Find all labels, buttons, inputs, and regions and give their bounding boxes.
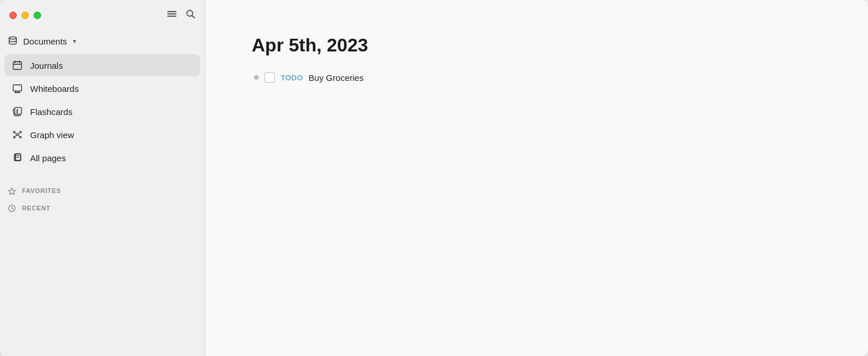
svg-point-18 xyxy=(20,131,21,133)
svg-line-21 xyxy=(15,133,17,134)
svg-point-19 xyxy=(13,136,15,138)
sidebar-item-flashcards[interactable]: Flashcards xyxy=(5,101,200,123)
documents-label: Documents xyxy=(23,36,67,46)
documents-icon xyxy=(7,35,19,47)
svg-line-4 xyxy=(192,16,194,18)
svg-rect-14 xyxy=(15,107,22,114)
favorites-label: FAVORITES xyxy=(22,187,61,194)
svg-point-15 xyxy=(17,112,17,113)
todo-checkbox[interactable] xyxy=(264,72,275,83)
whiteboard-icon xyxy=(12,83,23,94)
flashcards-label: Flashcards xyxy=(30,107,72,117)
documents-item[interactable]: Documents ▾ xyxy=(0,30,205,52)
maximize-button[interactable] xyxy=(34,12,41,19)
svg-line-23 xyxy=(15,135,17,136)
todo-item: TODO Buy Groceries xyxy=(254,72,822,83)
sidebar-item-all-pages[interactable]: All pages xyxy=(5,147,200,169)
svg-line-35 xyxy=(12,208,13,209)
sidebar-item-journals[interactable]: Journals xyxy=(5,54,200,76)
recent-section[interactable]: RECENT xyxy=(0,198,205,215)
todo-bullet xyxy=(254,75,259,80)
svg-line-22 xyxy=(19,133,20,134)
sidebar-nav: Journals Whiteboards xyxy=(0,52,205,171)
star-icon xyxy=(7,186,16,195)
close-button[interactable] xyxy=(9,12,17,19)
todo-text: Buy Groceries xyxy=(308,73,363,83)
svg-marker-32 xyxy=(8,187,15,194)
main-content: Apr 5th, 2023 TODO Buy Groceries xyxy=(205,0,868,356)
chevron-down-icon: ▾ xyxy=(73,38,76,45)
pages-icon xyxy=(12,152,23,164)
sidebar-sections: FAVORITES RECENT xyxy=(0,180,205,215)
svg-point-16 xyxy=(16,134,19,136)
svg-line-24 xyxy=(19,135,20,136)
todo-badge: TODO xyxy=(281,73,303,82)
clock-icon xyxy=(7,203,16,213)
svg-rect-10 xyxy=(13,85,21,91)
graph-icon xyxy=(12,129,23,140)
traffic-lights xyxy=(9,12,41,19)
svg-point-17 xyxy=(13,131,15,133)
graph-view-label: Graph view xyxy=(30,130,74,140)
flashcards-icon xyxy=(12,106,23,117)
titlebar xyxy=(0,0,205,30)
page-date: Apr 5th, 2023 xyxy=(252,35,822,56)
svg-rect-6 xyxy=(13,62,21,70)
sidebar: Documents ▾ Journals xyxy=(0,0,205,356)
titlebar-actions xyxy=(167,9,196,22)
whiteboards-label: Whiteboards xyxy=(30,84,79,94)
search-icon[interactable] xyxy=(185,9,196,22)
favorites-section[interactable]: FAVORITES xyxy=(0,180,205,198)
app-window: Documents ▾ Journals xyxy=(0,0,868,356)
minimize-button[interactable] xyxy=(21,12,29,19)
calendar-icon xyxy=(12,60,23,71)
sidebar-item-graph-view[interactable]: Graph view xyxy=(5,124,200,146)
svg-point-20 xyxy=(20,136,21,138)
svg-point-5 xyxy=(9,37,17,39)
all-pages-label: All pages xyxy=(30,153,66,163)
sidebar-item-whiteboards[interactable]: Whiteboards xyxy=(5,77,200,99)
hamburger-icon[interactable] xyxy=(167,9,177,22)
recent-label: RECENT xyxy=(22,205,50,212)
journals-label: Journals xyxy=(30,61,63,71)
